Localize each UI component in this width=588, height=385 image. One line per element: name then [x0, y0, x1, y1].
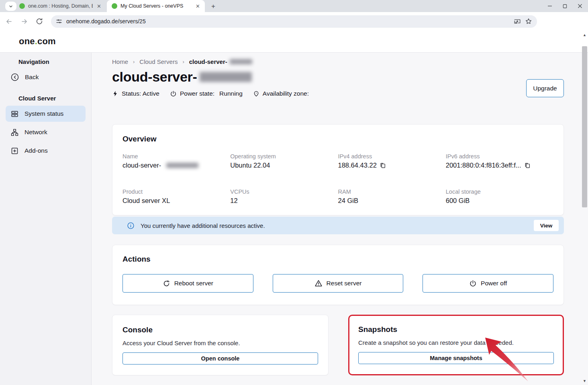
copy-icon[interactable] [380, 162, 386, 169]
overview-card: Overview Name cloud-server- Operating sy… [112, 124, 564, 215]
actions-card: Actions Reboot server Reset server [112, 245, 564, 305]
network-icon [10, 128, 19, 137]
field-product: Product Cloud server XL [122, 188, 230, 205]
address-bar[interactable]: onehome.dogado.de/servers/25 [51, 15, 537, 28]
sidebar-item-system-status[interactable]: System status [6, 106, 86, 122]
reload-icon[interactable] [34, 16, 45, 27]
redacted-text [230, 59, 252, 64]
resources-info-banner: You currently have additional resources … [112, 217, 564, 234]
sidebar-item-label: Add-ons [24, 147, 48, 154]
sidebar-item-network[interactable]: Network [6, 124, 86, 140]
sidebar-heading-cloud-server: Cloud Server [6, 93, 86, 103]
plus-square-icon [10, 147, 19, 155]
chevron-down-icon [8, 4, 13, 9]
field-local-storage: Local storage 600 GiB [446, 188, 553, 205]
banner-text: You currently have additional resources … [141, 222, 534, 229]
new-tab-button[interactable]: + [209, 2, 218, 11]
console-heading: Console [122, 326, 318, 334]
status-active: Status: Active [112, 90, 159, 97]
chevron-right-icon: › [182, 59, 184, 65]
lightning-icon [112, 90, 118, 97]
location-pin-icon [253, 90, 259, 97]
scrollbar-thumb[interactable] [582, 46, 587, 207]
field-ipv6: IPv6 address 2001:880:0:4:f816:3eff:f... [446, 153, 553, 169]
sidebar-item-back[interactable]: Back [6, 69, 86, 85]
field-name: Name cloud-server- [122, 153, 230, 169]
browser-window: one.com : Hosting, Domain, Em ✕ My Cloud… [0, 0, 588, 385]
browser-toolbar: onehome.dogado.de/servers/25 [0, 12, 588, 31]
url-text[interactable]: onehome.dogado.de/servers/25 [66, 18, 510, 25]
onecom-logo[interactable]: one.com [19, 36, 56, 47]
actions-buttons: Reboot server Reset server Power off [122, 274, 553, 293]
field-vcpus: VCPUs 12 [230, 188, 338, 205]
maximize-icon[interactable] [563, 4, 567, 8]
console-card: Console Access your Cloud Server from th… [112, 315, 329, 375]
power-off-button[interactable]: Power off [423, 274, 553, 293]
info-icon [127, 222, 135, 229]
server-status-row: Status: Active Power state: Running Avai… [112, 90, 564, 98]
overview-fields: Name cloud-server- Operating system Ubun… [122, 153, 553, 205]
field-operating-system: Operating system Ubuntu 22.04 [230, 153, 338, 169]
sidebar-item-add-ons[interactable]: Add-ons [6, 143, 86, 159]
redacted-text [200, 72, 252, 82]
close-icon[interactable] [578, 4, 582, 8]
close-icon[interactable]: ✕ [195, 3, 201, 10]
warning-triangle-icon [314, 279, 323, 287]
upgrade-button[interactable]: Upgrade [526, 79, 564, 97]
sidebar-item-label: Back [25, 74, 39, 81]
overview-heading: Overview [122, 135, 553, 143]
actions-heading: Actions [122, 255, 553, 264]
availability-zone: Availability zone: [253, 90, 314, 97]
reboot-icon [163, 280, 170, 287]
back-circle-icon [10, 73, 19, 82]
copy-icon[interactable] [524, 162, 531, 169]
breadcrumb-cloud-servers[interactable]: Cloud Servers [139, 58, 178, 65]
sidebar: Navigation Back Cloud Server System stat… [0, 53, 92, 385]
view-button[interactable]: View [534, 220, 559, 231]
browser-tab-onecom[interactable]: one.com : Hosting, Domain, Em ✕ [14, 0, 106, 12]
snapshots-heading: Snapshots [358, 325, 554, 334]
sidebar-heading-navigation: Navigation [6, 58, 86, 67]
redacted-text [166, 163, 198, 168]
tab-title: one.com : Hosting, Domain, Em [28, 3, 93, 9]
bottom-cards: Console Access your Cloud Server from th… [112, 315, 564, 375]
power-state: Power state: Running [170, 90, 243, 97]
breadcrumb-current: cloud-server- [189, 58, 252, 65]
power-icon [170, 90, 177, 97]
reset-server-button[interactable]: Reset server [273, 274, 404, 293]
install-app-icon[interactable] [514, 18, 521, 25]
manage-snapshots-button[interactable]: Manage snapshots [358, 352, 554, 364]
site-settings-icon[interactable] [56, 18, 62, 25]
app-header: one.com [0, 31, 588, 53]
forward-icon[interactable] [19, 16, 29, 27]
sidebar-item-label: System status [24, 110, 63, 117]
tab-favicon-icon [19, 3, 25, 9]
main-content: Home › Cloud Servers › cloud-server- clo… [92, 53, 581, 385]
sidebar-item-label: Network [24, 129, 47, 136]
reboot-server-button[interactable]: Reboot server [122, 274, 253, 293]
close-icon[interactable]: ✕ [96, 3, 102, 10]
bookmark-star-icon[interactable] [525, 18, 532, 25]
breadcrumb: Home › Cloud Servers › cloud-server- [112, 57, 564, 66]
window-controls [547, 0, 585, 12]
tab-strip: one.com : Hosting, Domain, Em ✕ My Cloud… [0, 0, 588, 12]
scroll-up-icon[interactable]: ▲ [581, 32, 588, 38]
open-console-button[interactable]: Open console [122, 352, 318, 365]
server-icon [10, 110, 19, 118]
breadcrumb-home[interactable]: Home [112, 58, 128, 65]
scroll-down-icon[interactable]: ▼ [581, 378, 588, 384]
chevron-right-icon: › [133, 59, 135, 65]
page-scrollbar[interactable]: ▲ ▼ [581, 31, 588, 385]
field-ipv4: IPv4 address 188.64.43.22 [338, 153, 446, 169]
field-ram: RAM 24 GiB [338, 188, 446, 205]
browser-tab-cloud-servers[interactable]: My Cloud Servers - oneVPS ✕ [107, 0, 205, 12]
console-description: Access your Cloud Server from the consol… [122, 340, 318, 346]
snapshots-card-highlighted: Snapshots Create a snapshot so you can r… [348, 315, 564, 375]
back-icon[interactable] [4, 16, 14, 27]
tab-favicon-icon [112, 3, 117, 9]
tab-title: My Cloud Servers - oneVPS [120, 3, 192, 9]
snapshots-description: Create a snapshot so you can restore you… [358, 339, 554, 346]
page-title: cloud-server- [112, 69, 564, 85]
minimize-icon[interactable] [547, 4, 552, 8]
power-icon [469, 280, 477, 287]
